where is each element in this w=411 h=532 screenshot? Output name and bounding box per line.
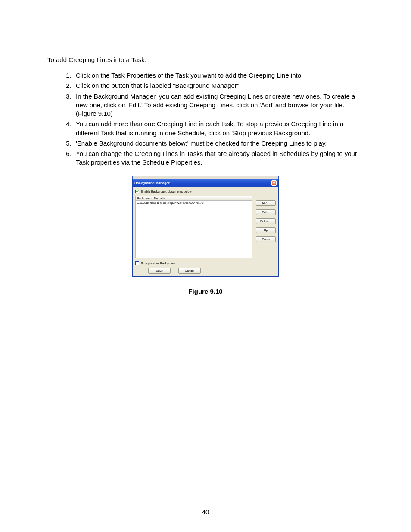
background-manager-window: Background Manager × Enable Background d… [132, 179, 279, 277]
list-header-spacer [247, 197, 251, 200]
cancel-button[interactable]: Cancel [178, 268, 201, 274]
up-button[interactable]: Up [256, 227, 276, 233]
figure-9-10: Background Manager × Enable Background d… [132, 176, 279, 277]
list-item[interactable]: C:\Documents and Settings\PWall\Desktop\… [137, 201, 251, 204]
window-titlebar[interactable]: Background Manager × [133, 179, 278, 187]
step-item: In the Background Manager, you can add e… [73, 92, 364, 118]
down-button[interactable]: Down [256, 236, 276, 242]
step-item: You can add more than one Creeping Line … [73, 120, 364, 137]
partial-window-edge [132, 176, 279, 179]
stop-previous-checkbox[interactable] [135, 261, 139, 265]
page-number: 40 [0, 508, 411, 516]
step-item: You can change the Creeping Lines in Tas… [73, 149, 364, 167]
save-button[interactable]: Save [148, 268, 171, 274]
step-item: Click on the button that is labeled "Bac… [73, 81, 364, 90]
steps-list: Click on the Task Properties of the Task… [47, 71, 364, 167]
close-icon[interactable]: × [271, 180, 277, 186]
window-title: Background Manager [134, 181, 170, 185]
delete-button[interactable]: Delete... [256, 218, 276, 224]
list-header-label: Background file path [137, 197, 247, 200]
list-header[interactable]: Background file path [135, 196, 252, 201]
edit-button[interactable]: Edit... [256, 209, 276, 215]
stop-previous-label: Stop previous Background [141, 262, 176, 265]
figure-caption: Figure 9.10 [47, 288, 364, 295]
step-item: Click on the Task Properties of the Task… [73, 71, 364, 80]
file-list[interactable]: C:\Documents and Settings\PWall\Desktop\… [135, 201, 252, 258]
enable-background-checkbox[interactable] [135, 190, 139, 193]
intro-text: To add Creeping Lines into a Task: [47, 56, 364, 63]
add-button[interactable]: Add... [256, 200, 276, 206]
step-item: 'Enable Background documents below:' mus… [73, 139, 364, 148]
enable-background-label: Enable Background documents below: [141, 190, 192, 193]
